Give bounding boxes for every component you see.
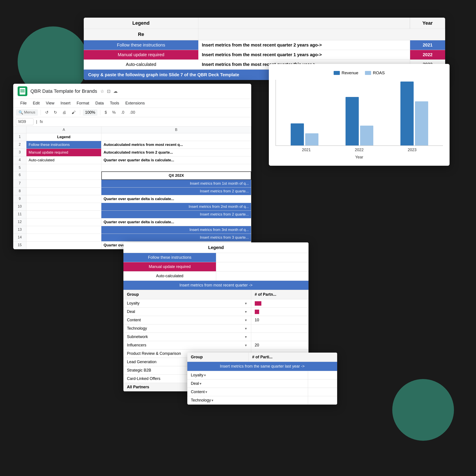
row-6-num: 6 (13, 171, 26, 180)
bp-th-group: Group (123, 290, 251, 299)
row-7-num: 7 (13, 180, 26, 187)
bp-group-subnetwork: Subnetwork▼ (123, 333, 251, 341)
bar-2023-roas (415, 101, 428, 145)
legend-roas: ROAS (365, 70, 385, 75)
row-3-num: 3 (13, 149, 26, 156)
row-14-num: 14 (13, 234, 26, 241)
bg-circle-bottomright (392, 379, 454, 441)
top-row2-year: 2022 (410, 50, 445, 60)
bp-count-deal (251, 308, 308, 316)
row-10-col-b: Insert metrics from 2nd month of q... (101, 203, 251, 211)
brp-th-group: Group (187, 353, 249, 362)
row-12-col-b: Quarter over quarter delta is calculate.… (101, 218, 251, 226)
row-4-col-a: Auto-calculated (26, 156, 101, 164)
x-label-2023: 2023 (408, 148, 416, 152)
print-button[interactable]: 🖨 (61, 109, 68, 116)
chart-legend: Revenue ROAS (275, 70, 443, 75)
toolbar-search[interactable]: 🔍 Menus (16, 109, 38, 116)
bp-group-technology: Technology▼ (123, 324, 251, 333)
bar-group-2022 (345, 97, 373, 145)
row-5-col-a (26, 164, 101, 171)
chart-panel: Revenue ROAS 2021 202 (269, 64, 450, 166)
chart-bars (275, 80, 443, 146)
table-row: Loyalty▼ (187, 371, 337, 379)
brp-group-technology: Technology▼ (187, 396, 308, 405)
top-row-1: Follow these instructions Insert metrics… (84, 40, 445, 50)
row-8-col-b: Insert metrics from 2 quarte... (101, 187, 251, 195)
row-1-num: 1 (13, 133, 26, 141)
bp-legend-pink-right (216, 262, 308, 271)
redo-button[interactable]: ↻ (52, 109, 59, 116)
menu-edit[interactable]: Edit (30, 100, 42, 107)
bp-group-content: Content▼ (123, 316, 251, 324)
row-8-col-a (26, 187, 101, 195)
menu-file[interactable]: File (18, 100, 29, 107)
x-label-2022: 2022 (355, 148, 364, 152)
cloud-icon[interactable]: ☁ (113, 89, 118, 94)
sheet-title: QBR Data Template for Brands (30, 88, 97, 94)
bar-group-2023 (400, 82, 428, 145)
row-14-col-a (26, 234, 101, 241)
menus-label: Menus (24, 110, 35, 115)
row-12-num: 12 (13, 218, 26, 226)
row-1-col-a: Legend (26, 133, 101, 141)
row-11-num: 11 (13, 211, 26, 218)
zoom-control[interactable]: 100% (83, 109, 97, 116)
bottom-right-panel: Group # of Parti... Insert metrics from … (187, 353, 337, 405)
star-icon[interactable]: ☆ (100, 89, 104, 94)
top-row2-legend: Manual update required (84, 50, 198, 60)
row-2-col-b: Autocalculated metrics from most recent … (101, 141, 251, 149)
formula-bar: M39 | fx (13, 117, 251, 126)
col-header-a[interactable]: A (26, 126, 101, 133)
legend-revenue: Revenue (334, 70, 358, 75)
row-11-col-a (26, 211, 101, 218)
row-2-col-a: Follow these instructions (26, 141, 101, 149)
row-13-num: 13 (13, 226, 26, 234)
brp-th-count: # of Parti... (249, 353, 337, 362)
row-7-col-a (26, 180, 101, 187)
col-header-b[interactable]: B (101, 126, 251, 133)
percent-button[interactable]: % (110, 109, 118, 116)
sheet-titlebar: QBR Data Template for Brands ☆ ⊡ ☁ (13, 84, 251, 99)
menu-extensions[interactable]: Extensions (123, 100, 147, 107)
menu-format[interactable]: Format (74, 100, 92, 107)
menu-data[interactable]: Data (93, 100, 106, 107)
row-13-col-a (26, 226, 101, 234)
paint-format-button[interactable]: 🖌 (70, 109, 77, 116)
cell-reference-box[interactable]: M39 (16, 118, 34, 125)
brp-instruction-row: Insert metrics from the same quarter las… (187, 362, 337, 371)
folder-icon[interactable]: ⊡ (107, 89, 111, 94)
bp-count-content: 10 (251, 316, 308, 324)
row-12-col-a (26, 218, 101, 226)
row-9-col-b: Quarter over quarter delta is calculate.… (101, 195, 251, 203)
undo-button[interactable]: ↺ (43, 109, 50, 116)
brp-group-deal: Deal▼ (187, 379, 308, 388)
brp-count-technology (308, 396, 337, 405)
sheet-toolbar: 🔍 Menus ↺ ↻ 🖨 🖌 100% $ % .0 .00 (13, 108, 251, 117)
table-row: Influencers▼ 20 (123, 341, 308, 350)
decimal-decrease-button[interactable]: .0 (119, 109, 126, 116)
bar-2023-revenue (400, 82, 414, 145)
decimal-increase-button[interactable]: .00 (128, 109, 137, 116)
chart-area: 2021 2022 2023 Year (275, 80, 443, 159)
menu-view[interactable]: View (43, 100, 57, 107)
menu-insert[interactable]: Insert (58, 100, 73, 107)
main-spreadsheet-window[interactable]: QBR Data Template for Brands ☆ ⊡ ☁ File … (13, 84, 251, 249)
menu-tools[interactable]: Tools (107, 100, 122, 107)
top-header-rev: Re (84, 29, 198, 40)
table-row: Technology▼ (187, 396, 337, 405)
currency-button[interactable]: $ (103, 109, 109, 116)
bp-group-deal: Deal▼ (123, 308, 251, 316)
top-row1-instruction: Insert metrics from the most recent quar… (198, 40, 410, 50)
bar-2021-roas (305, 133, 318, 145)
roas-swatch (365, 71, 371, 75)
revenue-label: Revenue (341, 70, 358, 75)
bp-group-influencers: Influencers▼ (123, 341, 251, 350)
row-9-col-a (26, 195, 101, 203)
sheet-grid: A B 1 Legend 2 Follow these instructions… (13, 126, 251, 249)
bp-count-influencers: 20 (251, 341, 308, 350)
bp-count-subnetwork (251, 333, 308, 341)
bp-legend-white: Auto-calculated (123, 272, 216, 281)
fx-label: fx (40, 119, 43, 124)
row-4-num: 4 (13, 156, 26, 164)
